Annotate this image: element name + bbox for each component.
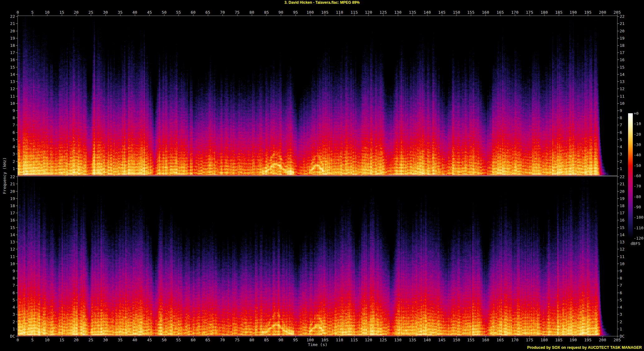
x-tick-mark-top <box>208 14 208 16</box>
x-tick-label-top: 105 <box>317 10 333 14</box>
y-tick-label-left: 19 <box>4 36 15 40</box>
footer-credit: Produced by SOX on request by AUCDTECT T… <box>527 345 642 350</box>
y-tick-label-right: 7 <box>620 283 622 287</box>
y-tick-label-left: 21 <box>4 182 15 186</box>
y-tick-label-right: 22 <box>620 14 625 18</box>
y-tick-label-right: 11 <box>620 255 625 259</box>
y-tick-label-left: 3 <box>4 152 15 156</box>
x-tick-label-bottom: 105 <box>317 338 333 342</box>
y-tick-mark-right <box>617 31 619 31</box>
x-tick-label-top: 30 <box>98 10 113 14</box>
x-tick-mark-top <box>398 14 398 16</box>
x-tick-mark-bottom <box>149 336 150 338</box>
y-tick-mark-left <box>16 74 17 75</box>
x-tick-mark-top <box>252 14 252 16</box>
x-tick-label-top: 165 <box>492 10 508 14</box>
x-tick-mark-top <box>18 14 18 16</box>
y-tick-label-right: 9 <box>620 269 622 273</box>
x-tick-label-top: 70 <box>215 10 230 14</box>
y-tick-mark-right <box>617 118 619 118</box>
colorbar-gradient-canvas <box>628 113 633 238</box>
x-tick-mark-bottom <box>368 336 369 338</box>
y-tick-mark-left <box>16 23 17 24</box>
y-tick-label-left: 20 <box>4 29 15 33</box>
x-tick-label-top: 135 <box>405 10 420 14</box>
colorbar-tick-label: -50 <box>634 163 641 168</box>
x-tick-label-top: 175 <box>522 10 537 14</box>
x-tick-mark-bottom <box>105 336 106 338</box>
x-tick-label-top: 180 <box>536 10 552 14</box>
y-tick-label-left: 4 <box>4 145 15 149</box>
y-tick-label-left: 5 <box>4 138 15 142</box>
y-tick-label-left: 8 <box>4 116 15 120</box>
y-tick-label-left: 2 <box>4 320 15 324</box>
y-tick-mark-left <box>16 184 17 184</box>
y-tick-label-left: 22 <box>4 175 15 179</box>
y-tick-label-left: 4 <box>4 305 15 309</box>
x-tick-label-top: 35 <box>112 10 128 14</box>
x-tick-mark-top <box>588 14 588 16</box>
y-tick-mark-left <box>16 206 17 206</box>
x-tick-mark-top <box>427 14 427 16</box>
y-tick-label-left: 9 <box>4 269 15 273</box>
y-tick-mark-right <box>617 23 619 24</box>
x-tick-mark-top <box>515 14 515 16</box>
y-tick-label-left: 6 <box>4 130 15 134</box>
y-tick-mark-left <box>16 38 17 38</box>
sox-spectrogram-image: 3. David Hicken - Talavera.flac: MPEG 89… <box>0 0 644 351</box>
x-tick-label-top: 155 <box>463 10 479 14</box>
y-tick-mark-right <box>617 213 619 213</box>
y-tick-mark-left <box>16 60 17 60</box>
y-tick-mark-right <box>617 45 619 46</box>
x-tick-label-bottom: 95 <box>288 338 303 342</box>
x-tick-label-top: 50 <box>156 10 172 14</box>
y-tick-label-left: 14 <box>4 233 15 237</box>
y-tick-mark-left <box>16 110 17 111</box>
colorbar-tick-label: -10 <box>634 122 641 126</box>
x-tick-label-bottom: 25 <box>83 338 99 342</box>
x-tick-mark-top <box>62 14 62 16</box>
y-tick-mark-left <box>16 307 17 307</box>
colorbar-tick-label: -60 <box>634 174 641 178</box>
y-tick-label-left: 9 <box>4 109 15 113</box>
x-tick-mark-bottom <box>310 336 310 338</box>
y-tick-label-right: 8 <box>620 276 622 280</box>
x-tick-label-top: 20 <box>68 10 84 14</box>
x-tick-mark-bottom <box>208 336 208 338</box>
y-tick-mark-left <box>16 67 17 67</box>
y-tick-label-right: 19 <box>620 36 625 40</box>
x-tick-label-bottom: 85 <box>259 338 274 342</box>
y-tick-mark-left <box>16 118 17 118</box>
x-tick-mark-top <box>47 14 47 16</box>
x-tick-mark-bottom <box>442 336 442 338</box>
y-tick-label-right: 16 <box>620 218 625 222</box>
y-tick-label-right: 7 <box>620 123 622 127</box>
y-tick-label-left: 3 <box>4 312 15 316</box>
y-tick-mark-left <box>16 191 17 192</box>
y-tick-label-right: 18 <box>620 204 625 208</box>
x-tick-label-top: 60 <box>185 10 201 14</box>
x-tick-label-top: 145 <box>434 10 450 14</box>
x-tick-label-bottom: 150 <box>449 338 464 342</box>
y-tick-label-right: 5 <box>620 298 622 302</box>
y-tick-label-left: 12 <box>4 87 15 91</box>
y-tick-mark-right <box>617 132 619 133</box>
y-tick-label-right: 19 <box>620 197 625 201</box>
x-tick-mark-bottom <box>18 336 18 338</box>
x-tick-mark-top <box>310 14 310 16</box>
x-tick-mark-top <box>412 14 413 16</box>
x-tick-mark-top <box>354 14 354 16</box>
x-tick-label-top: 15 <box>54 10 70 14</box>
y-tick-mark-left <box>16 168 17 169</box>
y-tick-label-right: 1 <box>620 327 622 331</box>
x-tick-mark-top <box>529 14 530 16</box>
x-tick-label-bottom: 185 <box>551 338 567 342</box>
y-tick-mark-right <box>617 191 619 192</box>
x-tick-label-top: 65 <box>200 10 216 14</box>
x-tick-mark-top <box>442 14 442 16</box>
x-tick-mark-top <box>559 14 559 16</box>
x-tick-label-bottom: 60 <box>185 338 201 342</box>
x-tick-mark-bottom <box>281 336 281 338</box>
y-tick-label-right: 12 <box>620 247 625 251</box>
y-tick-mark-right <box>617 249 619 249</box>
